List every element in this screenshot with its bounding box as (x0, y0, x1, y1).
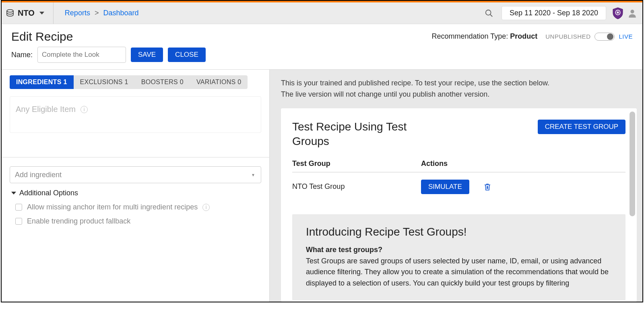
live-label: LIVE (619, 33, 633, 40)
additional-options-toggle[interactable]: Additional Options (11, 189, 260, 197)
eligible-item-card[interactable]: Any Eligible Item i (10, 96, 261, 133)
eligible-item-title: Any Eligible Item (16, 105, 76, 114)
chevron-down-icon (39, 12, 44, 14)
intro-subtitle: What are test groups? (306, 246, 612, 254)
add-ingredient-row: Add ingredient ▼ (10, 166, 261, 183)
publish-toggle-group: UNPUBLISHED LIVE (545, 33, 633, 41)
user-icon[interactable] (627, 8, 638, 19)
option-enable-fallback[interactable]: Enable trending product fallback (15, 217, 260, 226)
tab-exclusions[interactable]: EXCLUSIONS 1 (74, 75, 135, 89)
create-test-group-button[interactable]: CREATE TEST GROUP (538, 120, 625, 134)
topbar: NTO Reports > Dashboard Sep 11 2020 - Se… (2, 2, 642, 24)
breadcrumb-separator: > (95, 9, 99, 17)
search-icon[interactable] (485, 9, 493, 18)
additional-options-label: Additional Options (19, 189, 78, 197)
form-row: Name: SAVE CLOSE (2, 45, 642, 69)
save-button[interactable]: SAVE (131, 48, 163, 62)
toggle-knob (607, 33, 613, 40)
svg-point-1 (486, 10, 491, 15)
add-ingredient-placeholder: Add ingredient (15, 171, 62, 179)
scrollbar[interactable] (630, 112, 635, 216)
test-group-table: Test Group Actions NTO Test Group SIMULA… (292, 157, 625, 201)
shield-icon[interactable] (613, 7, 623, 19)
date-range-picker[interactable]: Sep 11 2020 - Sep 18 2020 (502, 6, 606, 20)
intro-box: Introducing Recipe Test Groups! What are… (292, 214, 625, 301)
info-icon[interactable]: i (80, 106, 88, 113)
caret-down-icon (11, 192, 16, 195)
svg-point-5 (630, 10, 634, 13)
main: INGREDIENTS 1 EXCLUSIONS 1 BOOSTERS 0 VA… (2, 69, 642, 302)
breadcrumb: Reports > Dashboard (65, 9, 139, 17)
recommendation-type: Recommendation Type: Product (431, 32, 537, 41)
svg-point-0 (7, 9, 13, 12)
svg-point-4 (617, 11, 619, 13)
name-label: Name: (11, 51, 33, 59)
rec-type-value: Product (510, 32, 537, 40)
checkbox[interactable] (15, 218, 22, 225)
simulate-button[interactable]: SIMULATE (421, 180, 469, 194)
breadcrumb-reports[interactable]: Reports (65, 9, 90, 17)
right-pane: This is your trained and published recip… (270, 70, 642, 302)
test-group-name: NTO Test Group (292, 182, 421, 191)
info-icon[interactable]: i (202, 204, 210, 211)
option-allow-missing[interactable]: Allow missing anchor item for multi ingr… (15, 203, 260, 211)
breadcrumb-dashboard[interactable]: Dashboard (103, 9, 138, 17)
tab-boosters[interactable]: BOOSTERS 0 (135, 75, 190, 89)
trash-icon[interactable] (484, 183, 491, 191)
svg-line-2 (490, 14, 493, 17)
checkbox[interactable] (15, 204, 22, 211)
recipe-instruction: This is your trained and published recip… (281, 78, 555, 100)
option-allow-missing-label: Allow missing anchor item for multi ingr… (27, 203, 198, 211)
col-actions: Actions (421, 159, 625, 168)
publish-toggle[interactable] (594, 33, 615, 41)
tab-variations[interactable]: VARIATIONS 0 (190, 75, 248, 89)
test-groups-title: Test Recipe Using Test Groups (292, 120, 421, 149)
left-pane: INGREDIENTS 1 EXCLUSIONS 1 BOOSTERS 0 VA… (2, 70, 270, 302)
page-title: Edit Recipe (11, 30, 73, 43)
col-test-group: Test Group (292, 159, 421, 168)
tab-ingredients[interactable]: INGREDIENTS 1 (10, 75, 74, 89)
test-groups-card: Test Recipe Using Test Groups CREATE TES… (281, 108, 637, 302)
org-selector[interactable]: NTO (6, 2, 54, 24)
intro-body: Test Groups are saved groups of users se… (306, 256, 612, 290)
add-ingredient-select[interactable]: Add ingredient ▼ (10, 166, 261, 183)
org-name: NTO (18, 8, 35, 18)
name-input[interactable] (37, 47, 126, 63)
page-header: Edit Recipe Recommendation Type: Product… (2, 24, 642, 45)
database-icon (6, 9, 14, 17)
close-button[interactable]: CLOSE (168, 48, 206, 62)
rec-type-label: Recommendation Type: (431, 32, 510, 40)
intro-title: Introducing Recipe Test Groups! (306, 226, 612, 238)
unpublished-label: UNPUBLISHED (545, 33, 590, 40)
divider (2, 157, 269, 157)
tabs: INGREDIENTS 1 EXCLUSIONS 1 BOOSTERS 0 VA… (10, 75, 248, 89)
option-enable-fallback-label: Enable trending product fallback (27, 217, 130, 226)
table-row: NTO Test Group SIMULATE (292, 172, 625, 201)
chevron-down-icon: ▼ (251, 173, 255, 177)
table-header: Test Group Actions (292, 157, 625, 172)
